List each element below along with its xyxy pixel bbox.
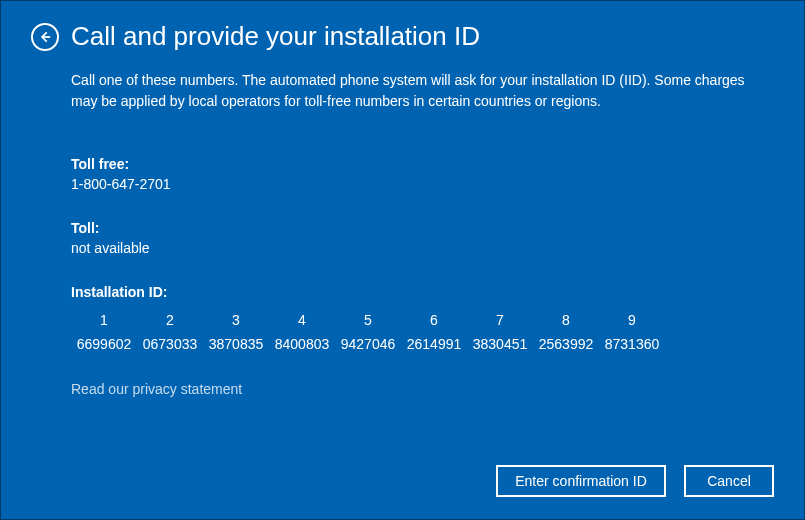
iid-column-value: 3830451: [467, 336, 533, 352]
privacy-link[interactable]: Read our privacy statement: [71, 381, 242, 397]
toll-free-label: Toll free:: [71, 156, 774, 172]
footer-buttons: Enter confirmation ID Cancel: [496, 465, 774, 497]
iid-column: 62614991: [401, 312, 467, 352]
iid-column-index: 8: [533, 312, 599, 328]
iid-column-value: 3870835: [203, 336, 269, 352]
iid-column: 20673033: [137, 312, 203, 352]
iid-column-value: 9427046: [335, 336, 401, 352]
intro-text: Call one of these numbers. The automated…: [71, 70, 774, 112]
activation-wizard-window: Call and provide your installation ID Ca…: [0, 0, 805, 520]
back-arrow-icon: [38, 30, 52, 44]
toll-value: not available: [71, 240, 774, 256]
iid-column-index: 2: [137, 312, 203, 328]
iid-column: 16699602: [71, 312, 137, 352]
iid-column: 98731360: [599, 312, 665, 352]
toll-section: Toll: not available: [71, 220, 774, 256]
installation-id-section: Installation ID: 16699602206730333387083…: [71, 284, 774, 352]
iid-column-index: 7: [467, 312, 533, 328]
iid-column-value: 6699602: [71, 336, 137, 352]
installation-id-grid: 1669960220673033338708354840080359427046…: [71, 312, 774, 352]
iid-column: 82563992: [533, 312, 599, 352]
iid-column: 59427046: [335, 312, 401, 352]
toll-label: Toll:: [71, 220, 774, 236]
iid-column-index: 5: [335, 312, 401, 328]
iid-column: 33870835: [203, 312, 269, 352]
iid-column-value: 2614991: [401, 336, 467, 352]
iid-column: 48400803: [269, 312, 335, 352]
iid-column-index: 6: [401, 312, 467, 328]
installation-id-label: Installation ID:: [71, 284, 774, 300]
iid-column-value: 2563992: [533, 336, 599, 352]
iid-column-index: 4: [269, 312, 335, 328]
iid-column-value: 8731360: [599, 336, 665, 352]
iid-column-index: 9: [599, 312, 665, 328]
content-area: Call one of these numbers. The automated…: [71, 70, 774, 398]
iid-column: 73830451: [467, 312, 533, 352]
page-title: Call and provide your installation ID: [71, 21, 480, 52]
header: Call and provide your installation ID: [31, 21, 774, 52]
back-button[interactable]: [31, 23, 59, 51]
iid-column-index: 1: [71, 312, 137, 328]
toll-free-value: 1-800-647-2701: [71, 176, 774, 192]
enter-confirmation-id-button[interactable]: Enter confirmation ID: [496, 465, 666, 497]
iid-column-value: 0673033: [137, 336, 203, 352]
iid-column-index: 3: [203, 312, 269, 328]
cancel-button[interactable]: Cancel: [684, 465, 774, 497]
toll-free-section: Toll free: 1-800-647-2701: [71, 156, 774, 192]
iid-column-value: 8400803: [269, 336, 335, 352]
